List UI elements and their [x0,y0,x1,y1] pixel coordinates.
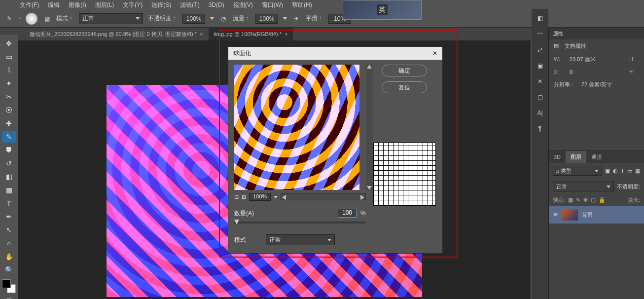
hand-tool[interactable]: ✋ [2,251,16,262]
brush-settings-icon[interactable]: 〰 [535,29,545,39]
menu-filter[interactable]: 滤镜(T) [180,1,199,9]
blend-mode-dropdown[interactable]: 正常 [553,182,614,191]
filter-type-icon[interactable]: T [621,168,624,174]
layer-name[interactable]: 背景 [582,211,593,219]
paragraph-icon[interactable]: ¶ [535,123,545,134]
visibility-icon[interactable]: 👁 [553,212,558,218]
eraser-tool[interactable]: ◧ [2,171,16,183]
swatches-icon[interactable]: ▢ [535,92,545,103]
layer-panel-tabs: 3D 图层 通道 [549,151,644,163]
tab-doc-2[interactable]: timg.jpg @ 100%(RGB/8#) * × [209,28,292,40]
filter-adjust-icon[interactable]: ◐ [613,168,618,174]
zoom-out-icon[interactable]: ⊟ [234,194,239,200]
brush-preview[interactable]: 45 [26,13,37,25]
brush-tool-icon: ✎ [5,14,14,23]
eyedropper-tool[interactable]: ⦿ [2,104,16,116]
crop-tool[interactable]: ✂ [2,91,16,103]
lock-paint-icon[interactable]: ✎ [576,197,580,203]
menu-3d[interactable]: 3D(D) [209,1,224,8]
filter-smart-icon[interactable]: ▦ [635,168,640,174]
adjustments-icon[interactable]: ⇄ [535,44,545,55]
history-brush-tool[interactable]: ↺ [2,157,16,169]
menu-view[interactable]: 视图(V) [233,1,253,9]
dialog-mode-label: 模式 [234,236,262,244]
layer-opacity-label: 不透明度: [617,183,640,190]
close-icon[interactable]: ✕ [432,50,437,57]
reset-button[interactable]: 复位 [382,81,427,93]
flow-value[interactable]: 100% [255,14,278,24]
zoom-value[interactable]: 100% [249,193,271,201]
right-icon-column: ◧ 〰 ⇄ ▣ ✕ ▢ A| ¶ [532,9,548,299]
lock-all-icon[interactable]: 🔒 [599,197,606,203]
dialog-mode-dropdown[interactable]: 正常 [266,234,335,245]
smooth-label: 平滑： [306,14,323,23]
opacity-caret-icon[interactable] [210,17,214,20]
preview-vscroll[interactable] [366,65,373,190]
amount-input[interactable]: 100 [338,209,357,218]
layer-thumbnail[interactable] [562,209,578,221]
tool-palette: ✥ ▭ ⌇ ✦ ✂ ⦿ ✚ ✎ ⛊ ↺ ◧ ▦ T ✒ ↖ ○ ✋ 🔍 ▢ ▣ [0,35,18,299]
zoom-tool[interactable]: 🔍 [2,264,16,276]
dialog-titlebar[interactable]: 球面化 ✕ [228,47,442,60]
lock-position-icon[interactable]: ✥ [583,197,588,203]
properties-tab[interactable]: 属性 [549,28,644,39]
brush-panel-icon[interactable]: ▩ [42,14,51,23]
zoom-caret-icon[interactable] [274,196,278,198]
path-select-tool[interactable]: ↖ [2,224,16,236]
history-panel-icon[interactable]: ◧ [535,13,545,24]
fill-label: 填充: [628,196,640,204]
menu-select[interactable]: 选择(S) [151,1,171,9]
stamp-tool[interactable]: ⛊ [2,144,16,156]
marquee-tool[interactable]: ▭ [2,51,16,63]
zoom-in-icon[interactable]: ⊞ [242,194,246,200]
filter-preview[interactable] [234,65,359,190]
airbrush-icon[interactable]: ✈ [292,14,301,23]
ok-button[interactable]: 确定 [382,65,427,76]
filter-image-icon[interactable]: ▣ [605,168,610,174]
opacity-value[interactable]: 100% [182,14,205,24]
menu-help[interactable]: 帮助(H) [292,1,312,9]
lock-pixels-icon[interactable]: ▩ [568,197,573,203]
tab-layers[interactable]: 图层 [566,151,586,163]
quickmask-icon[interactable]: ▢ [2,295,16,299]
tool-presets-icon[interactable]: ✕ [535,76,545,87]
tab-channels[interactable]: 通道 [586,151,607,163]
layer-filter-dropdown[interactable]: ρ 类型 [553,166,602,176]
tab-close-icon[interactable]: × [285,31,287,37]
character-icon[interactable]: A| [535,108,545,118]
amount-slider[interactable] [234,222,366,224]
tab-doc-2-label: timg.jpg @ 100%(RGB/8#) * [214,31,282,37]
preview-hscroll[interactable] [281,193,366,200]
type-tool[interactable]: T [2,197,16,209]
filter-shape-icon[interactable]: ▭ [627,168,632,174]
w-value: 23.07 厘米 [570,56,596,63]
tab-close-icon[interactable]: × [200,31,203,37]
layer-row-background[interactable]: 👁 背景 [549,206,644,224]
color-swatches[interactable] [2,279,16,293]
pen-tool[interactable]: ✒ [2,211,16,223]
flow-caret-icon[interactable] [283,17,287,20]
magic-wand-tool[interactable]: ✦ [2,77,16,89]
menu-image[interactable]: 图像(I) [69,1,86,9]
menu-edit[interactable]: 编辑 [48,1,60,9]
mode-dropdown[interactable]: 正常 [79,13,143,24]
pressure-opacity-icon[interactable]: ◔ [219,14,228,23]
move-tool[interactable]: ✥ [2,37,16,49]
menu-window[interactable]: 窗口(W) [262,1,283,9]
sphere-wireframe-icon [373,143,436,206]
menu-type[interactable]: 文字(Y) [123,1,143,9]
menu-layer[interactable]: 图层(L) [95,1,114,9]
amount-unit: % [360,210,366,217]
healing-tool[interactable]: ✚ [2,117,16,129]
styles-icon[interactable]: ▣ [535,60,545,71]
tab-doc-1[interactable]: 微信图片_20200528233948.png @ 90.9% (图层 0 拷贝… [25,28,208,40]
menu-bar: 文件(F) 编辑 图像(I) 图层(L) 文字(Y) 选择(S) 滤镜(T) 3… [0,0,644,10]
brush-tool[interactable]: ✎ [2,131,16,143]
lasso-tool[interactable]: ⌇ [2,64,16,76]
res-label: 分辨率： [554,81,575,88]
tab-3d[interactable]: 3D [549,151,566,163]
gradient-tool[interactable]: ▦ [2,184,16,196]
menu-file[interactable]: 文件(F) [20,1,39,9]
lock-artboard-icon[interactable]: ▢ [591,197,596,203]
shape-tool[interactable]: ○ [2,237,16,249]
